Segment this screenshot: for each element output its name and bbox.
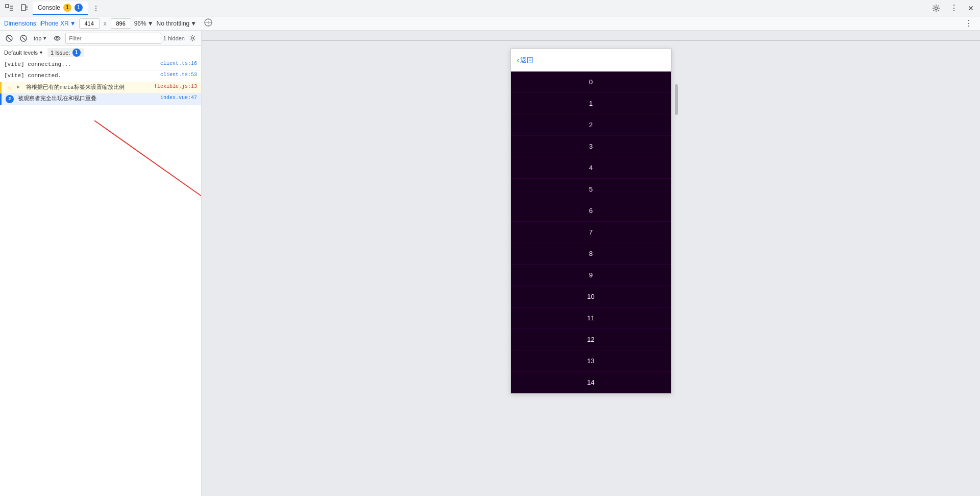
msg-text-1: [vite] connecting...: [4, 61, 156, 68]
console-tab[interactable]: Console 1 1: [33, 2, 88, 15]
issues-badge[interactable]: 1 Issue: 1: [47, 48, 84, 57]
list-item-8[interactable]: 8: [511, 243, 671, 265]
back-label: 返回: [520, 56, 533, 65]
context-label: top: [34, 35, 41, 41]
viewport-bar: Dimensions: iPhone XR ▼ x 96% ▼ No throt…: [0, 16, 980, 31]
issues-label: 1 Issue:: [51, 50, 70, 56]
msg-text-4: 被观察者完全出现在和视口重叠: [18, 95, 156, 103]
device-frame: ‹ 返回 0 1 2 3 4 5 6 7 8 9 10 11 12 13 14: [510, 49, 672, 394]
list-item-9[interactable]: 9: [511, 265, 671, 286]
msg-text-3: 将根据已有的meta标签来设置缩放比例: [26, 84, 150, 91]
viewport-x-separator: x: [104, 20, 107, 27]
ruler: [202, 31, 980, 41]
list-item-11[interactable]: 11: [511, 308, 671, 329]
msg-expand-btn[interactable]: ▶: [17, 84, 20, 90]
console-msg-warn[interactable]: ⚠ ▶ 将根据已有的meta标签来设置缩放比例 flexible.js:13: [0, 82, 201, 93]
svg-rect-20: [202, 31, 980, 41]
app-header: ‹ 返回: [511, 49, 671, 72]
width-input[interactable]: [79, 18, 100, 29]
list-item-3[interactable]: 3: [511, 136, 671, 157]
list-item-6[interactable]: 6: [511, 200, 671, 222]
msg-link-1[interactable]: client.ts:16: [160, 61, 197, 66]
console-toolbar: top ▼ 1 hidden: [0, 31, 201, 46]
list-item-2[interactable]: 2: [511, 114, 671, 136]
svg-line-15: [22, 37, 25, 40]
list-item-0[interactable]: 0: [511, 72, 671, 93]
eye-btn[interactable]: [51, 32, 63, 44]
list-item-4[interactable]: 4: [511, 157, 671, 179]
zoom-label: 96%: [134, 20, 146, 27]
hidden-count: 1 hidden: [163, 35, 185, 41]
height-input[interactable]: [111, 18, 131, 29]
msg-link-4[interactable]: index.vue:47: [160, 95, 197, 101]
network-icon-btn[interactable]: [204, 18, 213, 29]
zoom-select[interactable]: 96% ▼: [134, 20, 154, 27]
device-scrollbar[interactable]: [675, 84, 678, 115]
levels-chevron: ▼: [39, 50, 43, 55]
msg-link-3[interactable]: flexible.js:13: [154, 84, 197, 89]
levels-label: Default levels: [4, 50, 38, 56]
more-tabs-btn[interactable]: ⋮: [89, 2, 103, 15]
annotation-arrow: [0, 59, 201, 496]
back-button[interactable]: ‹ 返回: [517, 56, 533, 65]
context-dropdown[interactable]: top ▼: [32, 34, 49, 42]
svg-point-16: [56, 37, 58, 39]
dimensions-select[interactable]: Dimensions: iPhone XR ▼: [4, 20, 76, 27]
console-levels-bar: Default levels ▼ 1 Issue: 1: [0, 46, 201, 59]
svg-line-13: [7, 36, 11, 40]
throttle-select[interactable]: No throttling ▼: [157, 20, 197, 27]
info-badge: 1: [75, 4, 83, 12]
svg-point-8: [935, 7, 938, 9]
preview-panel: ‹ 返回 0 1 2 3 4 5 6 7 8 9 10 11 12 13 14: [202, 31, 980, 496]
device-toggle-btn[interactable]: [17, 2, 32, 15]
context-chevron: ▼: [42, 36, 47, 41]
console-msg-info[interactable]: 2 被观察者完全出现在和视口重叠 index.vue:47: [0, 93, 201, 105]
more-options-btn[interactable]: ⋮: [962, 17, 976, 30]
warn-icon: ⚠: [6, 84, 13, 91]
info-badge-msg: 2: [6, 95, 14, 103]
list-item-14[interactable]: 14: [511, 372, 671, 393]
devtools-tabbar: Console 1 1 ⋮ ⋮ ✕: [0, 0, 980, 16]
dimensions-label: Dimensions: iPhone XR: [4, 20, 69, 27]
devtools-close-btn[interactable]: ✕: [964, 2, 978, 15]
levels-dropdown[interactable]: Default levels ▼: [4, 50, 43, 56]
list-item-7[interactable]: 7: [511, 222, 671, 243]
throttle-label: No throttling: [157, 20, 190, 27]
list-item-10[interactable]: 10: [511, 286, 671, 308]
svg-line-18: [94, 121, 201, 261]
clear-console-btn[interactable]: [3, 32, 15, 44]
list-container[interactable]: 0 1 2 3 4 5 6 7 8 9 10 11 12 13 14: [511, 72, 671, 393]
devtools-settings-btn[interactable]: [929, 2, 943, 15]
list-item-1[interactable]: 1: [511, 93, 671, 114]
console-tab-label: Console: [38, 4, 60, 11]
ruler-svg: [202, 31, 980, 41]
console-panel: top ▼ 1 hidden Default levels: [0, 31, 202, 496]
msg-text-2: [vite] connected.: [4, 72, 156, 80]
warn-badge: 1: [63, 4, 71, 12]
msg-link-2[interactable]: client.ts:53: [160, 72, 197, 78]
dimensions-chevron: ▼: [70, 20, 76, 27]
svg-point-17: [191, 37, 193, 39]
svg-rect-0: [6, 5, 9, 8]
list-item-12[interactable]: 12: [511, 329, 671, 350]
list-item-5[interactable]: 5: [511, 179, 671, 200]
issues-count: 1: [72, 49, 81, 57]
list-item-13[interactable]: 13: [511, 350, 671, 372]
console-settings-btn[interactable]: [187, 33, 198, 44]
inspect-element-btn[interactable]: [2, 2, 16, 15]
throttle-chevron: ▼: [190, 20, 197, 27]
console-msg-vite-connecting[interactable]: [vite] connecting... client.ts:16: [0, 59, 201, 70]
devtools-top-right: ⋮ ✕: [929, 2, 978, 15]
main-layout: top ▼ 1 hidden Default levels: [0, 31, 980, 496]
filter-input[interactable]: [65, 33, 161, 44]
console-msg-vite-connected[interactable]: [vite] connected. client.ts:53: [0, 70, 201, 82]
pause-on-exception-btn[interactable]: [17, 32, 30, 44]
svg-rect-4: [21, 5, 26, 11]
devtools-more-btn[interactable]: ⋮: [946, 2, 961, 15]
zoom-chevron: ▼: [148, 20, 154, 27]
console-messages: [vite] connecting... client.ts:16 [vite]…: [0, 59, 201, 496]
